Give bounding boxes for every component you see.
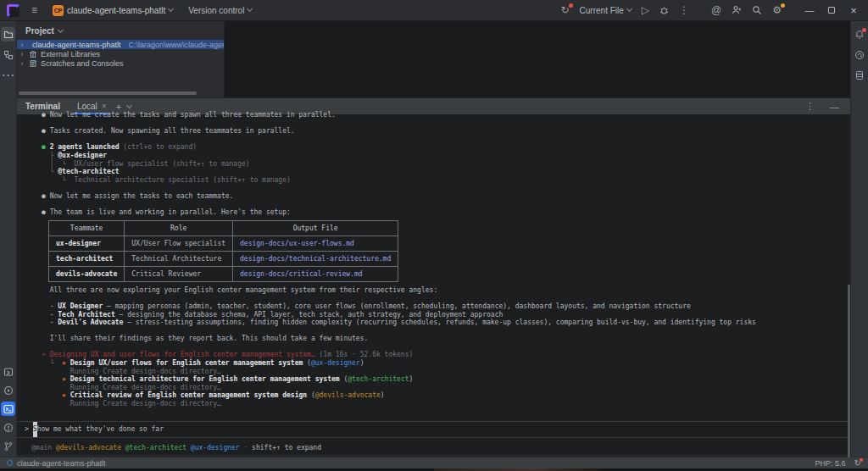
terminal-line: ● Tasks created. Now spawning all three … bbox=[42, 127, 847, 136]
problems-tool-button[interactable] bbox=[1, 420, 15, 435]
terminal-line: ∗ Designing UX and user flows for Englis… bbox=[42, 351, 847, 359]
input-divider bbox=[17, 437, 847, 438]
run-button[interactable]: ▷ bbox=[638, 3, 653, 17]
cli-input-line[interactable]: > Show me what they've done so far bbox=[17, 422, 847, 437]
terminal-line bbox=[42, 201, 847, 209]
chevron-down-icon bbox=[247, 6, 253, 12]
run-tool-button[interactable] bbox=[1, 383, 15, 397]
version-control-tool-button[interactable] bbox=[1, 439, 15, 453]
chevron-down-icon bbox=[58, 26, 64, 32]
search-everywhere-button[interactable] bbox=[748, 3, 765, 17]
terminal-line bbox=[42, 184, 847, 192]
table-cell: design-docs/ux-user-flows.md bbox=[233, 236, 398, 251]
maximize-button[interactable] bbox=[822, 2, 841, 19]
table-header: Teammate bbox=[49, 220, 125, 236]
code-with-me-button[interactable] bbox=[728, 3, 745, 17]
sync-status-button[interactable]: ↻ bbox=[558, 3, 573, 17]
status-project-name: claude-agent-teams-phatlt bbox=[17, 459, 106, 468]
project-panel-title: Project bbox=[25, 26, 54, 36]
main-menu-button[interactable]: ≡ bbox=[28, 3, 41, 17]
chevron-down-icon[interactable] bbox=[126, 102, 132, 108]
at-icon: @ bbox=[711, 4, 721, 16]
project-panel-header[interactable]: Project bbox=[17, 21, 224, 40]
php-version-widget[interactable]: PHP: 5.6 bbox=[815, 459, 846, 468]
right-tool-strip bbox=[850, 21, 868, 457]
terminal-icon bbox=[3, 404, 14, 414]
sync-icon: ↻ bbox=[561, 4, 570, 16]
table-row: devils-advocateCritical Reviewerdesign-d… bbox=[49, 266, 398, 281]
new-terminal-tab-button[interactable]: + bbox=[112, 102, 125, 112]
prompt-icon: > bbox=[25, 425, 33, 433]
services-tool-button[interactable] bbox=[1, 364, 15, 379]
table-row: ux-designerUX/User Flow specialistdesign… bbox=[49, 236, 398, 251]
more-actions-button[interactable]: ⋮ bbox=[676, 3, 693, 17]
more-horizontal-icon: ⋯ bbox=[2, 67, 15, 83]
table-row: tech-architectTechnical Architecturedesi… bbox=[49, 251, 398, 266]
user-plus-icon bbox=[732, 5, 742, 15]
agent-mentions-hint: @main @devils-advocate @tech-architect @… bbox=[17, 443, 847, 452]
close-button[interactable]: × bbox=[844, 2, 863, 19]
hamburger-icon: ≡ bbox=[31, 4, 37, 16]
project-tool-button[interactable] bbox=[1, 27, 15, 42]
project-widget[interactable]: CP claude-agent-teams-phatlt bbox=[49, 3, 176, 18]
run-configuration-widget[interactable]: Current File bbox=[576, 4, 635, 17]
minimize-button[interactable]: — bbox=[800, 2, 819, 19]
table-cell: UX/User Flow specialist bbox=[125, 236, 233, 251]
table-cell: tech-architect bbox=[49, 251, 125, 266]
tree-item-scratches-and-consoles[interactable]: ›Scratches and Consoles bbox=[17, 58, 224, 68]
status-sync-button[interactable]: ↻ bbox=[854, 459, 861, 468]
more-tool-windows-button[interactable]: ⋯ bbox=[1, 68, 15, 82]
tree-item-label: claude-agent-teams-phatlt bbox=[32, 41, 121, 49]
terminal-line: ● The team is live and working in parall… bbox=[42, 208, 847, 217]
notifications-button[interactable] bbox=[853, 27, 867, 42]
database-button[interactable] bbox=[853, 68, 867, 82]
project-panel: Project ›claude-agent-teams-phatltC:\lar… bbox=[17, 21, 225, 97]
tree-item-path: C:\laragon\www\claude-agent-teams- bbox=[129, 41, 224, 49]
run-config-label: Current File bbox=[580, 6, 624, 15]
terminal-output[interactable]: ● Now let me create the tasks and spawn … bbox=[17, 111, 847, 419]
editor-area[interactable] bbox=[225, 21, 850, 97]
tree-item-external-libraries[interactable]: ›External Libraries bbox=[17, 49, 224, 58]
terminal-line: ▪ Critical review of English center mana… bbox=[42, 391, 847, 400]
debug-button[interactable] bbox=[656, 4, 672, 17]
terminal-line bbox=[42, 327, 847, 335]
status-project-widget[interactable]: claude-agent-teams-phatlt bbox=[7, 459, 106, 468]
terminal-line: │ └ UX/user flow specialist (shift+↑ to … bbox=[42, 160, 847, 169]
settings-button[interactable]: ⚙ bbox=[769, 3, 785, 17]
horizontal-scrollbar[interactable] bbox=[19, 91, 197, 95]
minimize-icon: — bbox=[805, 5, 815, 15]
close-tab-icon[interactable]: × bbox=[102, 102, 107, 111]
tree-expand-icon[interactable]: › bbox=[19, 59, 25, 68]
project-avatar: CP bbox=[53, 5, 64, 16]
terminal-line: └ Technical architecture specialist (shi… bbox=[42, 176, 847, 185]
tree-item-label: External Libraries bbox=[41, 50, 100, 58]
tree-expand-icon[interactable]: › bbox=[19, 50, 25, 58]
terminal-line bbox=[42, 343, 847, 352]
status-bar: claude-agent-teams-phatlt PHP: 5.6 ↻ bbox=[0, 457, 868, 468]
gear-icon: ⚙ bbox=[772, 4, 782, 16]
ai-assistant-button[interactable] bbox=[853, 47, 867, 62]
terminal-line bbox=[42, 294, 847, 302]
git-branch-icon bbox=[3, 441, 14, 452]
notification-badge bbox=[862, 28, 866, 32]
ai-mentions-button[interactable]: @ bbox=[708, 3, 725, 17]
table-cell: Critical Reviewer bbox=[125, 266, 233, 281]
scratches-icon bbox=[29, 59, 37, 68]
terminal-panel: Terminal Local × + ⋮ — ● Now let me crea… bbox=[17, 97, 850, 457]
table-cell: ux-designer bbox=[49, 236, 125, 251]
terminal-tool-button[interactable] bbox=[1, 402, 15, 416]
hide-terminal-button[interactable]: — bbox=[826, 102, 843, 112]
tree-item-claude-agent-teams-phatlt[interactable]: ›claude-agent-teams-phatltC:\laragon\www… bbox=[17, 40, 224, 49]
terminal-line: All three are now exploring your English… bbox=[42, 286, 847, 295]
terminal-line: - Tech Architect — designing the databas… bbox=[42, 311, 847, 319]
status-project-icon bbox=[7, 460, 13, 466]
table-cell: devils-advocate bbox=[49, 266, 125, 281]
terminal-line bbox=[42, 136, 847, 144]
structure-tool-button[interactable] bbox=[1, 47, 15, 62]
terminal-line: I'll share their findings as they report… bbox=[42, 335, 847, 343]
tree-expand-icon[interactable]: › bbox=[19, 41, 25, 49]
debug-icon bbox=[659, 6, 669, 15]
project-tree: ›claude-agent-teams-phatltC:\laragon\www… bbox=[17, 40, 224, 68]
vcs-widget[interactable]: Version control bbox=[185, 4, 255, 17]
problems-icon bbox=[3, 423, 14, 433]
